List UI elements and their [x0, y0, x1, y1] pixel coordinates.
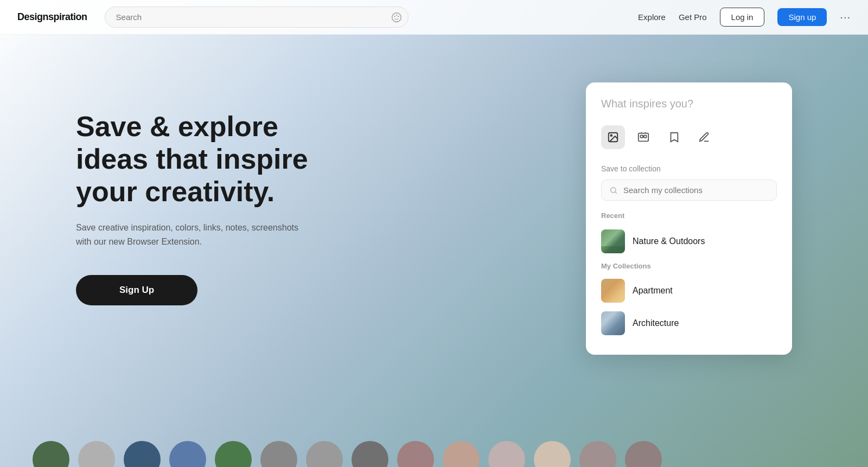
explore-link[interactable]: Explore [638, 12, 666, 22]
collection-name-architecture: Architecture [633, 318, 679, 328]
nav-links: Explore Get Pro Log in Sign up ··· [638, 8, 851, 27]
collection-item-apartment[interactable]: Apartment [601, 274, 777, 307]
my-collections-label: My Collections [601, 262, 777, 270]
svg-point-0 [392, 12, 401, 22]
popup-title: What inspires you? [601, 98, 777, 110]
color-circle[interactable] [443, 441, 480, 467]
color-circle[interactable] [352, 441, 388, 467]
hero-signup-button[interactable]: Sign Up [76, 275, 197, 305]
popup-search-icon [609, 186, 618, 195]
svg-point-5 [610, 135, 612, 136]
hero-subtitle: Save creative inspiration, colors, links… [76, 221, 315, 248]
color-circle[interactable] [625, 441, 662, 467]
svg-rect-8 [644, 135, 647, 138]
popup-search-box [601, 180, 777, 201]
more-options-button[interactable]: ··· [840, 11, 851, 23]
popup-screenshot-icon-btn[interactable] [631, 125, 655, 149]
color-circle[interactable] [534, 441, 571, 467]
bottom-circles [0, 424, 868, 467]
logo: Designspiration [17, 11, 87, 23]
main-content: Save & explore ideas that inspire your c… [0, 35, 868, 355]
svg-point-3 [398, 16, 399, 17]
popup-image-icon-btn[interactable] [601, 125, 625, 149]
hero-title: Save & explore ideas that inspire your c… [76, 111, 358, 208]
popup-card: What inspires you? [586, 82, 792, 355]
svg-point-2 [395, 14, 397, 16]
color-circle[interactable] [124, 441, 161, 467]
color-circle[interactable] [579, 441, 616, 467]
collection-name-apartment: Apartment [633, 286, 673, 296]
recent-label: Recent [601, 212, 777, 220]
hero-section: Save & explore ideas that inspire your c… [76, 78, 542, 305]
color-circle[interactable] [215, 441, 252, 467]
color-circle[interactable] [33, 441, 69, 467]
collections-search-input[interactable] [623, 185, 769, 195]
color-circle[interactable] [306, 441, 343, 467]
popup-icon-row [601, 125, 777, 149]
collection-thumb-apartment [601, 279, 625, 303]
collection-item-nature[interactable]: Nature & Outdoors [601, 225, 777, 258]
svg-point-1 [394, 16, 395, 17]
collection-item-architecture[interactable]: Architecture [601, 307, 777, 340]
login-button[interactable]: Log in [720, 8, 765, 27]
popup-pen-icon-btn[interactable] [692, 125, 716, 149]
signup-button[interactable]: Sign up [777, 8, 827, 26]
popup-bookmark-icon-btn[interactable] [662, 125, 686, 149]
get-pro-link[interactable]: Get Pro [679, 12, 707, 22]
navbar: Designspiration Explore Get Pro Log in S… [0, 0, 868, 35]
color-circle[interactable] [78, 441, 115, 467]
color-circle[interactable] [397, 441, 434, 467]
collection-thumb-nature [601, 229, 625, 253]
search-input[interactable] [105, 7, 409, 28]
svg-point-9 [611, 187, 616, 192]
search-bar [105, 7, 409, 28]
color-circle[interactable] [488, 441, 525, 467]
collection-thumb-architecture [601, 311, 625, 335]
svg-rect-7 [641, 135, 643, 138]
color-circle[interactable] [169, 441, 206, 467]
collection-name-nature: Nature & Outdoors [633, 236, 705, 246]
save-to-collection-label: Save to collection [601, 164, 777, 173]
color-circle[interactable] [260, 441, 297, 467]
search-palette-icon[interactable] [391, 12, 402, 23]
